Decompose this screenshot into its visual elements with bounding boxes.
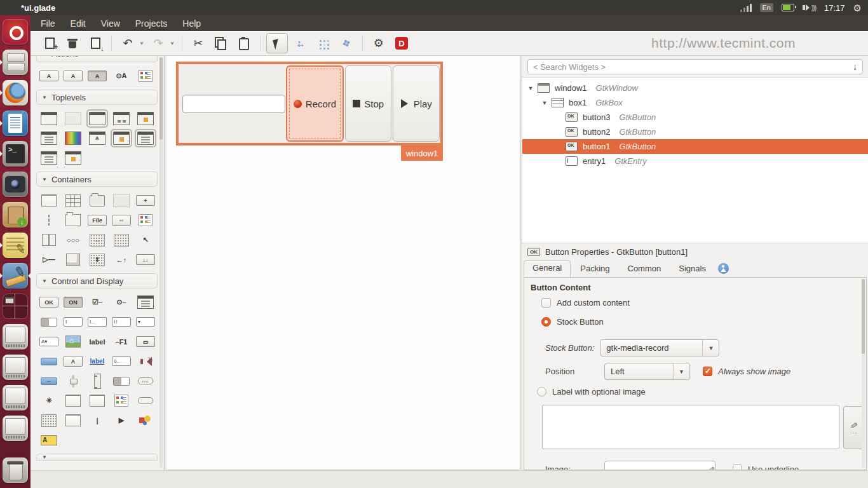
accessibility-tab-icon[interactable]: [718, 263, 729, 274]
label-text-area[interactable]: [542, 405, 839, 449]
palette-item-alignment[interactable]: +: [133, 191, 158, 210]
tree-row-box1[interactable]: ▼box1GtkBox: [522, 95, 868, 110]
search-widgets-input[interactable]: < Search Widgets > ↓: [527, 59, 863, 74]
palette-item-menu-button[interactable]: [133, 292, 158, 312]
redo-button[interactable]: ↷: [148, 34, 168, 53]
palette-item-separator[interactable]: [133, 391, 158, 410]
palette-item-box[interactable]: [37, 191, 61, 210]
palette-item-font-chooser-dialog[interactable]: A: [85, 128, 109, 148]
battery-icon[interactable]: [782, 4, 794, 11]
palette-item-overlay[interactable]: ←↑: [109, 250, 133, 269]
palette-item-frame[interactable]: [85, 191, 109, 210]
palette-item-recent-action[interactable]: [133, 66, 158, 86]
palette-item-radio-action[interactable]: ⊙A: [109, 66, 133, 86]
select-widgets-button[interactable]: [266, 33, 288, 53]
palette-item-link-button[interactable]: label: [85, 351, 109, 371]
drag-resize-button[interactable]: ↔↕: [290, 34, 311, 53]
palette-item-label[interactable]: label: [85, 332, 109, 351]
palette-section-control-and-display[interactable]: ▼Control and Display: [36, 273, 158, 288]
use-underline-checkbox[interactable]: [733, 464, 742, 471]
new-project-button[interactable]: +: [39, 34, 60, 53]
palette-item-dialog-with-buttons[interactable]: [109, 109, 133, 128]
launcher-item-window-placeholder-2[interactable]: [0, 352, 31, 383]
palette-item-action[interactable]: A: [61, 66, 85, 86]
launcher-item-media-player[interactable]: [0, 169, 31, 200]
image-entry[interactable]: ✎: [604, 461, 715, 470]
stock-button-combobox[interactable]: gtk-media-record ▼: [600, 339, 719, 356]
menu-projects[interactable]: Projects: [135, 18, 168, 29]
palette-item-revealer[interactable]: ↓↓: [133, 250, 158, 269]
menu-edit[interactable]: Edit: [71, 18, 86, 29]
redo-dropdown-icon[interactable]: ▼: [170, 41, 175, 46]
clock[interactable]: 17:17: [824, 3, 845, 13]
palette-item-list-box[interactable]: [37, 210, 61, 230]
properties-scrollbar[interactable]: [862, 279, 865, 468]
palette-item-combo-box-text[interactable]: A▾: [37, 332, 61, 351]
open-project-button[interactable]: [62, 34, 83, 53]
edit-alignment-button[interactable]: ❖: [336, 34, 356, 53]
palette-section-actions[interactable]: ▼Actions: [36, 56, 158, 62]
palette-item-notebook[interactable]: [61, 210, 85, 230]
palette-item-spinner[interactable]: ✳: [37, 391, 61, 410]
palette-item-app-chooser-dialog[interactable]: [61, 148, 85, 168]
palette-item-toggle-button[interactable]: ON: [61, 292, 85, 312]
always-show-image-checkbox[interactable]: [703, 367, 712, 376]
launcher-item-trash[interactable]: [0, 455, 31, 485]
palette-item-window[interactable]: [37, 109, 61, 128]
palette-item-button-box[interactable]: ▫▫: [109, 210, 133, 230]
launcher-item-firefox[interactable]: [0, 78, 31, 108]
palette-item-recent-chooser-dialog[interactable]: [109, 128, 133, 148]
palette-item-fixed[interactable]: [109, 191, 133, 210]
palette-item-level-bar[interactable]: ıııı: [133, 371, 158, 391]
palette-item-scrollbar[interactable]: [85, 371, 109, 391]
tree-row-button2[interactable]: button2GtkButton: [522, 125, 868, 139]
palette-section-toplevels[interactable]: ▼Toplevels: [36, 90, 158, 105]
palette-item-size-group[interactable]: ○○○: [61, 230, 85, 250]
palette-item-search-entry[interactable]: I...: [85, 312, 109, 332]
palette-item-file-chooser-dialog[interactable]: [133, 128, 158, 148]
cut-button[interactable]: ✂: [188, 34, 208, 53]
palette-item-color-chooser-dialog[interactable]: [61, 128, 85, 148]
tab-packing[interactable]: Packing: [572, 261, 618, 277]
menu-help[interactable]: Help: [182, 18, 201, 29]
palette-item-layout[interactable]: [109, 230, 133, 250]
menu-file[interactable]: File: [41, 18, 55, 29]
design-button-stop[interactable]: Stop: [345, 65, 392, 142]
palette-item-arrow[interactable]: ▶: [109, 410, 133, 430]
undo-dropdown-icon[interactable]: ▼: [139, 41, 144, 46]
palette-item-volume-button[interactable]: )): [133, 351, 158, 371]
tab-common[interactable]: Common: [620, 261, 670, 277]
palette-item-calendar[interactable]: [37, 410, 61, 430]
palette-item-tree-view[interactable]: [85, 391, 109, 410]
palette-item-colored-label[interactable]: A: [37, 430, 61, 450]
palette-item-separator-vertical[interactable]: |: [85, 410, 109, 430]
keyboard-layout-indicator[interactable]: En: [760, 3, 773, 12]
undo-button[interactable]: ↶: [118, 34, 138, 53]
palette-item-switch-off[interactable]: [109, 371, 133, 391]
copy-button[interactable]: [211, 34, 231, 53]
palette-item-menu-bar[interactable]: File: [85, 210, 109, 230]
add-custom-content-checkbox[interactable]: [541, 298, 551, 308]
paste-button[interactable]: [234, 34, 254, 53]
palette-item-accel-label[interactable]: –F1: [109, 332, 133, 351]
palette-item-drawing-area[interactable]: [133, 410, 158, 430]
position-combobox[interactable]: Left ▼: [604, 363, 690, 380]
launcher-item-glade[interactable]: [0, 261, 31, 291]
design-canvas[interactable]: RecordStopPlaywindow1: [166, 56, 520, 469]
palette-item-dialog[interactable]: [85, 109, 109, 128]
launcher-item-window-placeholder-4[interactable]: [0, 413, 31, 444]
volume-icon[interactable]: ))): [803, 4, 816, 11]
palette-item-toolbar[interactable]: [133, 210, 158, 230]
project-properties-button[interactable]: ⚙: [369, 34, 389, 53]
launcher-item-terminal[interactable]: [0, 139, 31, 169]
palette-item-button[interactable]: OK: [37, 292, 61, 312]
palette-item-scrolled-window[interactable]: [61, 250, 85, 269]
palette-item-switch[interactable]: [37, 312, 61, 332]
launcher-item-window-placeholder-1[interactable]: [0, 322, 31, 352]
palette-item-progress-bar[interactable]: [37, 351, 61, 371]
palette-item-assistant[interactable]: [37, 148, 61, 168]
session-menu-gear-icon[interactable]: ⚙: [853, 3, 862, 13]
palette-item-toolbar-vertical[interactable]: ⇕: [85, 250, 109, 269]
palette-item-action-group[interactable]: A: [37, 66, 61, 86]
search-dropdown-icon[interactable]: ↓: [853, 62, 857, 72]
